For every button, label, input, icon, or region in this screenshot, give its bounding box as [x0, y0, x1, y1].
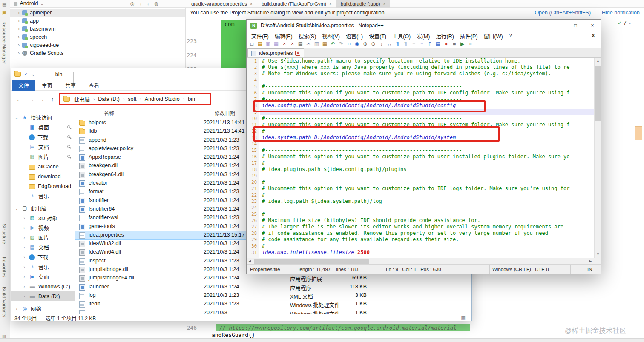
file-row[interactable]: launcher2021/10/3 1:24应用程序118 KB — [75, 283, 472, 291]
chevron-icon[interactable]: › — [14, 307, 19, 311]
save-icon[interactable]: ▣ — [264, 40, 272, 48]
close-tab-icon[interactable]: × — [383, 2, 386, 6]
project-tree-item[interactable]: ›app — [10, 17, 185, 25]
sync-scroll-v-icon[interactable]: ↕ — [378, 40, 385, 48]
project-tree-item[interactable]: ›basemvvm — [10, 25, 185, 33]
breadcrumb-item[interactable]: 此电脑 — [73, 95, 91, 103]
collapse-all-icon[interactable]: ↓ — [140, 1, 142, 6]
close-button[interactable]: × — [584, 20, 601, 31]
project-tree-item[interactable]: ›speech — [10, 33, 185, 41]
document-tab[interactable]: idea.properties × — [247, 48, 304, 57]
nav-item[interactable]: ›♪音乐 — [11, 262, 75, 272]
address-bar[interactable]: 此电脑›Data (D:)›soft›Android Studio›bin — [59, 93, 211, 105]
menu-item[interactable]: 宏(M) — [414, 32, 433, 40]
find-icon[interactable]: ○ — [345, 40, 353, 48]
chevron-right-icon[interactable]: › — [18, 42, 20, 48]
minimize-button[interactable]: — — [550, 20, 567, 31]
nav-item[interactable]: ›▬Windows (C:) — [11, 282, 75, 291]
nav-item[interactable]: ›▬Data (D:) — [11, 291, 75, 301]
nav-item[interactable]: ♪音乐 — [11, 191, 75, 201]
function-list-icon[interactable]: ≡ — [418, 40, 426, 48]
nav-group-network[interactable]: ›◎网络 — [11, 304, 75, 314]
project-view-selector[interactable]: ▤ Android ⌄ — [14, 0, 44, 6]
maximize-button[interactable]: □ — [567, 20, 584, 31]
sync-scroll-h-icon[interactable]: ↔ — [386, 40, 393, 48]
chevron-right-icon[interactable]: › — [18, 34, 20, 40]
tool-window-button[interactable]: Build Variants — [2, 287, 7, 318]
print-icon[interactable]: ▤ — [297, 40, 304, 48]
document-map-icon[interactable]: ▯ — [426, 40, 434, 48]
undo-icon[interactable]: ↶ — [329, 40, 336, 48]
nav-item[interactable]: ›↓下载 — [11, 252, 75, 262]
thumbnail-view-icon[interactable]: ▦ — [461, 315, 466, 321]
scrollbar-error-stripe[interactable] — [635, 126, 642, 140]
file-row[interactable]: jumplistbridge64.dll2021/10/3 1:24应用程序扩展… — [75, 274, 472, 282]
nav-group-quick-access[interactable]: ⌄★快速访问 — [11, 113, 75, 123]
menu-item[interactable]: 设置(T) — [366, 32, 389, 40]
locate-file-icon[interactable]: ◎ — [130, 1, 135, 6]
nav-group-this-pc[interactable]: ⌄▢此电脑 — [11, 203, 75, 213]
file-row[interactable]: log2021/10/3 1:23XML 文档3 KB — [75, 291, 472, 300]
chevron-icon[interactable]: › — [22, 294, 26, 299]
breadcrumb-item[interactable]: Android Studio — [144, 96, 181, 102]
open-file-icon[interactable]: ▤ — [256, 40, 264, 48]
npp-editor[interactable]: 1234567891011121314151617181920212223242… — [247, 58, 601, 258]
nav-item[interactable]: ▣桌面 — [11, 123, 75, 132]
copy-icon[interactable]: ▥ — [313, 40, 320, 48]
details-view-icon[interactable]: ≡ — [455, 315, 458, 321]
chevron-icon[interactable]: › — [22, 245, 26, 250]
stop-macro-icon[interactable]: ■ — [451, 40, 458, 48]
editor-tab[interactable]: build.gradle (FiarAppForGym)× — [257, 0, 336, 8]
cut-icon[interactable]: ✂ — [305, 40, 312, 48]
back-button[interactable]: ← — [16, 96, 22, 103]
close-tab-icon[interactable]: × — [329, 2, 332, 6]
settings-gear-icon[interactable]: ◍ — [155, 1, 159, 6]
chevron-icon[interactable]: › — [22, 255, 26, 259]
chevron-icon[interactable]: › — [22, 226, 26, 230]
column-separator[interactable] — [201, 108, 201, 116]
doc-switcher-icon[interactable]: ▤ — [434, 40, 442, 48]
chevron-right-icon[interactable]: › — [18, 18, 20, 24]
nav-item[interactable]: ›▤文档 — [11, 242, 75, 252]
history-dropdown-icon[interactable]: ⌄ — [41, 97, 44, 102]
menu-item[interactable]: 编辑(E) — [272, 32, 296, 40]
ribbon-tab[interactable]: 共享 — [59, 80, 82, 91]
chevron-right-icon[interactable]: › — [18, 50, 20, 56]
scrollbar-thumb[interactable] — [254, 259, 369, 264]
nav-item[interactable]: ›▶视频 — [11, 223, 75, 233]
check-icon[interactable]: ✓ — [24, 71, 28, 77]
up-button[interactable]: ↑ — [51, 96, 54, 103]
chevron-right-icon[interactable]: › — [18, 26, 20, 32]
expand-all-icon[interactable]: ↕ — [147, 1, 150, 6]
vertical-scrollbar[interactable]: ▲ ▼ — [594, 58, 601, 258]
column-header-date[interactable]: 修改日期 — [215, 109, 235, 117]
playback-macro-icon[interactable]: ▶ — [459, 40, 466, 48]
menu-item[interactable]: 搜索(S) — [296, 32, 319, 40]
chevron-icon[interactable]: › — [22, 285, 26, 289]
scroll-left-icon[interactable]: ◄ — [248, 259, 252, 263]
chevron-down-icon[interactable]: ⌄ — [32, 72, 35, 77]
scroll-down-icon[interactable]: ▼ — [595, 251, 601, 258]
editor-tab[interactable]: gradle-wrapper.properties× — [187, 0, 257, 8]
tool-window-button[interactable]: Resource Manager — [2, 21, 7, 64]
nav-item[interactable]: allCache — [11, 162, 75, 171]
replace-icon[interactable]: ◉ — [354, 40, 361, 48]
project-tree-item[interactable]: ›apihelper — [10, 9, 185, 17]
notepad-titlebar[interactable]: N D:\soft\Android Studio\bin\idea.proper… — [247, 20, 601, 31]
show-all-chars-icon[interactable]: ¶ — [402, 40, 409, 48]
chevron-icon[interactable]: ⌄ — [14, 116, 19, 120]
ribbon-tab[interactable]: 文件 — [12, 80, 35, 91]
run-macro-multiple-icon[interactable]: » — [467, 40, 474, 48]
chevron-right-icon[interactable]: › — [18, 10, 20, 16]
hide-panel-icon[interactable]: — — [164, 1, 168, 6]
file-row[interactable]: ltedit2021/10/3 1:23Windows 批处理文件1 KB — [75, 300, 472, 308]
scroll-up-icon[interactable]: ▲ — [595, 58, 601, 65]
close-all-icon[interactable]: × — [289, 40, 296, 48]
menu-item[interactable]: 运行(R) — [433, 32, 457, 40]
menu-item[interactable]: 视图(V) — [319, 32, 343, 40]
close-tab-icon[interactable]: × — [295, 51, 300, 56]
zoom-in-icon[interactable]: ⊕ — [362, 40, 369, 48]
nav-item[interactable]: ›▣桌面 — [11, 272, 75, 282]
close-tab-icon[interactable]: × — [250, 2, 253, 6]
nav-item[interactable]: ▨图片 — [11, 152, 75, 162]
